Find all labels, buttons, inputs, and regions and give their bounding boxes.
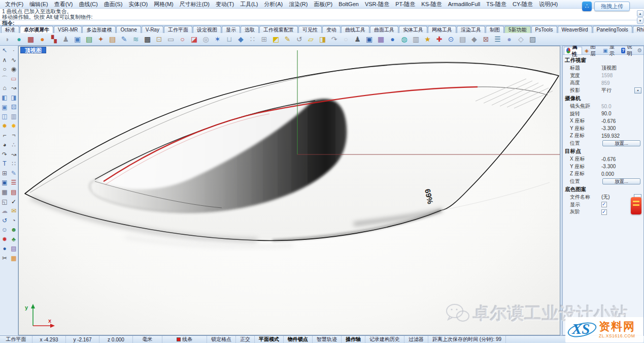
tool-icon-9[interactable]: ⌂ [0, 83, 9, 93]
menu-item-15[interactable]: VSR-随意 [362, 0, 392, 9]
ribbon-tab[interactable]: PanelingTools [593, 26, 632, 33]
ribbon-tab[interactable]: 工作视窗配置 [259, 26, 298, 33]
toolbar-icon-21[interactable]: ◆ [235, 34, 246, 45]
toolbar-icon-42[interactable]: ⊠ [481, 34, 491, 45]
command-scrollbar[interactable]: ▲ ▼ [637, 10, 643, 24]
menu-item-19[interactable]: TS-随意 [483, 0, 510, 9]
toolbar-icon-26[interactable]: ↺ [294, 34, 304, 45]
floating-badge-icon[interactable] [631, 197, 641, 214]
tool-icon-20[interactable]: ¬ [9, 131, 18, 140]
tool-icon-27[interactable]: ⊞ [0, 169, 9, 178]
command-area[interactable]: 1 曲线点 已加入至选取集合。 移动操作轴。快按 Alt 键可以复制物件: 指令… [0, 9, 644, 25]
tool-icon-25[interactable]: T [0, 159, 9, 169]
toolbar-icon-35[interactable]: ◍ [399, 34, 410, 45]
toolbar-icon-13[interactable]: ▩ [142, 34, 153, 45]
ribbon-tab[interactable]: 标准 [1, 26, 19, 33]
toolbar-icon-6[interactable]: ♟ [60, 34, 71, 45]
tool-icon-2[interactable]: ∙ [9, 46, 18, 55]
ribbon-tab[interactable]: 显示 [222, 26, 240, 33]
tool-icon-40[interactable]: ☻ [9, 225, 18, 235]
ribbon-tab[interactable]: Octane [116, 26, 141, 33]
toolbar-icon-24[interactable]: ◩ [270, 34, 281, 45]
ribbon-tab[interactable]: WeaverBird [558, 26, 592, 33]
toolbar-icon-12[interactable]: ≋ [130, 34, 141, 45]
tool-icon-44[interactable]: ▤ [9, 244, 18, 254]
tool-icon-42[interactable]: ♣ [9, 235, 18, 244]
status-pane-智慧轨迹[interactable]: 智慧轨迹 [313, 336, 342, 343]
ribbon-tab[interactable]: 曲线工具 [341, 26, 369, 33]
ribbon-tab[interactable]: 制图 [486, 26, 504, 33]
panel-tab-图层[interactable]: ◈图层 [582, 47, 600, 54]
status-pane-正交[interactable]: 正交 [236, 336, 255, 343]
dropdown-button[interactable] [634, 87, 641, 93]
ribbon-tab[interactable]: 变动 [322, 26, 341, 33]
ribbon-tab[interactable]: 设定视图 [193, 26, 221, 33]
menu-item-17[interactable]: KS-随意 [418, 0, 445, 9]
tool-icon-45[interactable]: ✂ [0, 254, 9, 263]
tool-icon-35[interactable]: ☁ [0, 206, 9, 216]
tool-icon-15[interactable]: ◫ [0, 112, 9, 121]
ribbon-tab[interactable]: VSR-MR [54, 26, 82, 33]
ribbon-tab[interactable]: V-Ray [142, 26, 163, 33]
toolbar-icon-41[interactable]: ◆ [469, 34, 480, 45]
ribbon-tab[interactable]: 选取 [241, 26, 259, 33]
status-units[interactable]: 毫米 [133, 336, 162, 343]
panel-tab-显示[interactable]: ▣显示 [600, 47, 619, 54]
ribbon-tab[interactable]: 卓尔谟犀牛 [20, 26, 53, 33]
ribbon-tab[interactable]: 实体工具 [399, 26, 427, 33]
menu-item-14[interactable]: BoltGen [335, 1, 362, 8]
tool-icon-38[interactable]: ◔ [9, 216, 18, 226]
toolbar-icon-37[interactable]: ★ [422, 34, 433, 45]
ribbon-tab[interactable]: 5新功能 [504, 26, 531, 33]
tool-icon-5[interactable]: ○ [0, 65, 9, 74]
tool-icon-33[interactable]: ◱ [0, 197, 9, 207]
toolbar-icon-19[interactable]: ✶ [212, 34, 223, 45]
toolbar-icon-16[interactable]: ○ [177, 34, 188, 45]
toolbar-icon-33[interactable]: ▦ [376, 34, 386, 45]
tool-icon-30[interactable]: ☰ [9, 178, 18, 188]
status-coord-y[interactable]: y -2.167 [66, 336, 99, 343]
tool-icon-23[interactable]: ↷ [0, 150, 9, 160]
toolbar-icon-30[interactable]: ○ [341, 34, 351, 45]
status-layer[interactable]: 线条 [162, 336, 207, 343]
toolbar-icon-3[interactable]: ▦ [25, 34, 36, 45]
toolbar-icon-40[interactable]: ▤ [457, 34, 468, 45]
toolbar-icon-23[interactable]: ⊞ [259, 34, 269, 45]
toolbar-icon-8[interactable]: ▤ [84, 34, 94, 45]
checkbox[interactable] [601, 202, 607, 207]
tool-icon-6[interactable]: ◉ [9, 65, 18, 74]
menu-item-16[interactable]: PT-随意 [392, 0, 418, 9]
viewport-title-tab[interactable]: 顶视图 [20, 47, 46, 53]
menu-item-3[interactable]: 查看(V) [51, 0, 76, 9]
menu-item-7[interactable]: 网格(M) [151, 0, 177, 9]
toolbar-icon-31[interactable]: ♟ [352, 34, 363, 45]
ribbon-tab[interactable]: 可见性 [298, 26, 322, 33]
toolbar-icon-15[interactable]: ▭ [165, 34, 176, 45]
place-button[interactable]: 放置... [602, 178, 640, 184]
toolbar-icon-36[interactable]: ▥ [411, 34, 421, 45]
toolbar-icon-2[interactable]: ● [14, 34, 24, 45]
panel-tab-说明[interactable]: ?说明 [619, 47, 637, 54]
tool-icon-21[interactable]: ◕ [0, 140, 9, 150]
tool-icon-8[interactable]: ▭ [9, 74, 18, 84]
tool-icon-3[interactable]: ∧ [0, 55, 9, 65]
menu-item-18[interactable]: ArmadilloFull [445, 1, 484, 8]
tool-icon-29[interactable]: ▣ [0, 178, 9, 188]
toolbar-icon-34[interactable]: ● [387, 34, 398, 45]
panel-tab-属性[interactable]: 属性 [564, 47, 582, 54]
toolbar-icon-32[interactable]: ▣ [364, 34, 375, 45]
toolbar-icon-14[interactable]: ⊡ [154, 34, 164, 45]
status-pane-物件锁点[interactable]: 物件锁点 [284, 336, 313, 343]
toolbar-icon-9[interactable]: ✦ [95, 34, 106, 45]
ribbon-tab[interactable]: RhinoGold [633, 26, 644, 33]
tool-icon-10[interactable]: ↝ [9, 83, 18, 93]
menu-item-5[interactable]: 曲面(S) [101, 0, 126, 9]
toolbar-icon-29[interactable]: ↷ [329, 34, 340, 45]
toolbar-icon-38[interactable]: ✚ [434, 34, 445, 45]
tool-icon-16[interactable]: ▥ [9, 112, 18, 121]
toolbar-icon-22[interactable]: ∷ [247, 34, 258, 45]
tool-icon-31[interactable]: ▦ [0, 188, 9, 197]
toolbar-icon-20[interactable]: ⊔ [224, 34, 234, 45]
tool-icon-19[interactable]: ⌐ [0, 131, 9, 140]
ribbon-tab[interactable]: 曲面工具 [370, 26, 398, 33]
